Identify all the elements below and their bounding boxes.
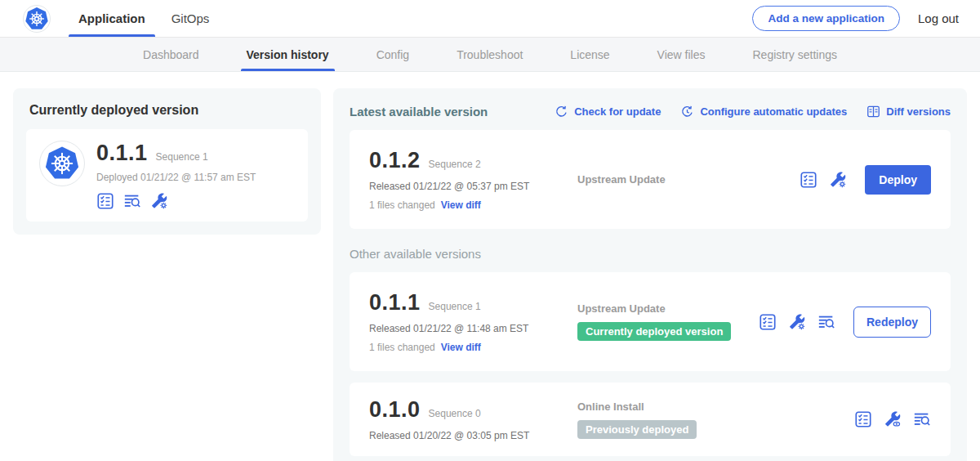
released-timestamp: Released 01/20/22 @ 03:05 pm EST: [369, 430, 577, 441]
view-config-icon[interactable]: [884, 410, 902, 428]
sequence-label: Sequence 2: [429, 159, 481, 170]
subnav-version-history[interactable]: Version history: [223, 38, 353, 71]
clock-refresh-icon: [680, 105, 694, 119]
version-number: 0.1.1: [369, 290, 421, 316]
version-row-0-1-1: 0.1.1 Sequence 1 Released 01/21/22 @ 11:…: [350, 272, 951, 371]
preflight-checks-icon[interactable]: [854, 410, 872, 428]
version-history-panel: Latest available version Check for updat…: [333, 88, 967, 461]
version-source-label: Online Install: [577, 401, 854, 413]
configure-updates-link[interactable]: Configure automatic updates: [680, 105, 847, 119]
view-diff-link[interactable]: View diff: [441, 342, 481, 353]
app-kubernetes-icon: [39, 141, 85, 186]
deploy-logs-icon[interactable]: [123, 192, 141, 210]
deploy-button[interactable]: Deploy: [865, 165, 931, 195]
preflight-checks-icon[interactable]: [96, 192, 114, 210]
tab-gitops[interactable]: GitOps: [158, 0, 223, 37]
deploy-logs-icon[interactable]: [817, 313, 835, 331]
top-header: Application GitOps Add a new application…: [0, 0, 980, 38]
check-for-update-link[interactable]: Check for update: [555, 105, 661, 119]
currently-deployed-card: Currently deployed version 0.1.1 Sequenc…: [13, 88, 321, 235]
redeploy-button[interactable]: Redeploy: [853, 307, 931, 338]
subnav-license[interactable]: License: [546, 38, 633, 71]
latest-version-title: Latest available version: [350, 105, 488, 119]
version-number: 0.1.0: [369, 397, 421, 423]
main-content: Currently deployed version 0.1.1 Sequenc…: [0, 72, 980, 461]
deployed-sequence-label: Sequence 1: [156, 151, 208, 163]
version-row-0-1-2: 0.1.2 Sequence 2 Released 01/21/22 @ 05:…: [350, 130, 951, 229]
preflight-checks-icon[interactable]: [759, 313, 777, 331]
version-number: 0.1.2: [369, 148, 421, 173]
files-changed-label: 1 files changed: [369, 199, 435, 211]
app-subnav: Dashboard Version history Config Trouble…: [0, 38, 980, 72]
version-source-label: Upstream Update: [577, 173, 800, 186]
deployed-version-number: 0.1.1: [96, 141, 148, 166]
released-timestamp: Released 01/21/22 @ 11:48 am EST: [369, 323, 577, 334]
previously-deployed-badge: Previously deployed: [577, 420, 697, 439]
subnav-config[interactable]: Config: [353, 38, 433, 71]
top-tabs: Application GitOps: [65, 0, 222, 37]
edit-config-icon[interactable]: [829, 171, 847, 189]
deployed-version-card: 0.1.1 Sequence 1 Deployed 01/21/22 @ 11:…: [26, 129, 308, 222]
subnav-registry-settings[interactable]: Registry settings: [729, 38, 861, 71]
configure-updates-label: Configure automatic updates: [700, 105, 847, 118]
tab-application[interactable]: Application: [65, 0, 158, 37]
subnav-troubleshoot[interactable]: Troubleshoot: [433, 38, 546, 71]
deploy-logs-icon[interactable]: [913, 410, 931, 428]
sequence-label: Sequence 0: [429, 408, 481, 419]
view-diff-link[interactable]: View diff: [441, 199, 481, 211]
app-logo: [0, 0, 65, 37]
refresh-icon: [555, 105, 568, 119]
subnav-dashboard[interactable]: Dashboard: [119, 38, 223, 71]
diff-icon: [866, 105, 880, 119]
kubernetes-logo-icon: [23, 5, 51, 33]
add-application-button[interactable]: Add a new application: [752, 6, 900, 31]
deployed-card-title: Currently deployed version: [29, 103, 308, 118]
edit-config-icon[interactable]: [150, 192, 168, 210]
files-changed-label: 1 files changed: [369, 342, 435, 353]
diff-versions-link[interactable]: Diff versions: [866, 105, 951, 119]
edit-config-icon[interactable]: [788, 313, 806, 331]
currently-deployed-badge: Currently deployed version: [577, 322, 731, 341]
version-source-label: Upstream Update: [577, 302, 759, 315]
other-versions-title: Other available versions: [350, 247, 951, 261]
check-for-update-label: Check for update: [574, 105, 661, 118]
logout-link[interactable]: Log out: [918, 11, 959, 25]
diff-versions-label: Diff versions: [886, 105, 951, 118]
released-timestamp: Released 01/21/22 @ 05:37 pm EST: [369, 181, 577, 192]
subnav-view-files[interactable]: View files: [634, 38, 729, 71]
deployed-timestamp: Deployed 01/21/22 @ 11:57 am EST: [96, 172, 256, 183]
preflight-checks-icon[interactable]: [800, 171, 817, 189]
version-row-0-1-0: 0.1.0 Sequence 0 Released 01/20/22 @ 03:…: [350, 383, 951, 456]
sequence-label: Sequence 1: [429, 301, 481, 312]
